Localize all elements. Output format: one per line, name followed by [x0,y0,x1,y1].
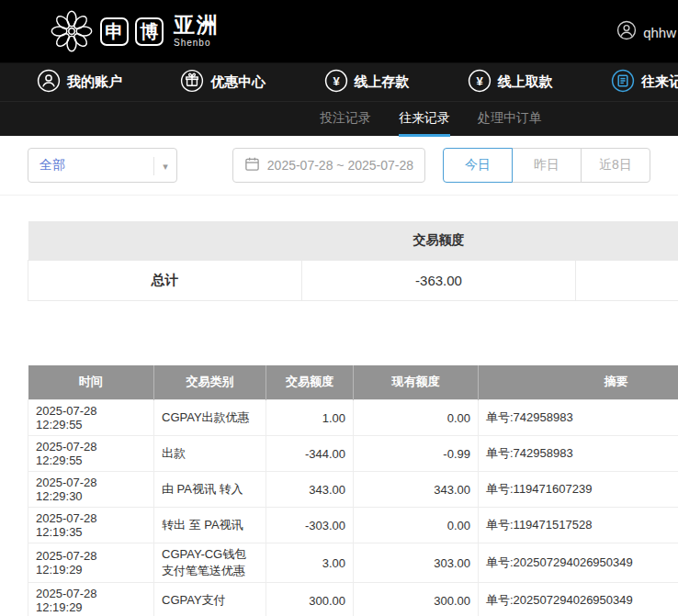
records-icon [611,69,635,96]
cell-type: CGPAY出款优惠 [154,400,266,436]
gift-icon [180,69,204,96]
col-header-memo: 摘要 [479,365,678,400]
logo-char-shen: 申 [100,17,129,46]
transactions-section: 时间 交易类别 交易额度 现有额度 摘要 2025-07-28 12:29:55… [28,365,678,616]
cell-balance: 343.00 [354,472,479,508]
cell-memo: 单号:742958983 [479,400,678,436]
summary-header-amount: 交易额度 [302,221,576,260]
table-row: 2025-07-28 12:19:35 转出 至 PA视讯 -303.00 0.… [28,508,678,543]
cell-memo: 单号:202507294026950349 [479,543,678,583]
nav-label: 优惠中心 [210,73,266,91]
nav-label: 我的账户 [67,73,122,91]
cell-time: 2025-07-28 12:19:29 [28,583,154,616]
username: qhhw [643,25,676,40]
tab-transaction-records[interactable]: 往来记录 [399,102,450,137]
yesterday-button[interactable]: 昨日 [512,148,582,183]
currency-glyph: ¥ [333,73,340,87]
table-header-row: 时间 交易类别 交易额度 现有额度 摘要 [28,365,678,400]
table-row: 2025-07-28 12:29:55 CGPAY出款优惠 1.00 0.00 … [28,400,678,436]
cell-balance: 0.00 [354,508,479,543]
summary-empty-cell [576,260,678,300]
col-header-type: 交易类别 [154,365,266,400]
type-dropdown[interactable]: 全部 ▾ [28,148,177,183]
site-logo[interactable]: 申 博 亚洲 Shenbo [50,9,220,53]
cell-memo: 单号:119471517528 [479,508,678,543]
tab-processing-orders[interactable]: 处理中订单 [478,102,542,137]
nav-item-my-account[interactable]: 我的账户 [37,69,122,96]
cell-time: 2025-07-28 12:29:30 [28,472,154,508]
col-header-amount: 交易额度 [266,365,354,400]
nav-item-records[interactable]: 往来记录 [611,69,678,96]
currency-glyph: ¥ [476,73,483,87]
cell-balance: 303.00 [354,543,479,583]
tab-betting-records[interactable]: 投注记录 [320,102,371,137]
flower-logo-icon [50,9,94,53]
withdraw-icon: ¥ [468,69,492,96]
cell-amount: 1.00 [266,400,354,436]
transactions-table: 时间 交易类别 交易额度 现有额度 摘要 2025-07-28 12:29:55… [28,365,678,616]
cell-time: 2025-07-28 12:29:55 [28,400,154,436]
chevron-down-icon: ▾ [153,157,168,175]
cell-amount: -303.00 [266,508,354,543]
cell-time: 2025-07-28 12:19:29 [28,543,154,583]
cell-balance: 0.00 [354,400,479,436]
cell-memo: 单号:202507294026950349 [479,583,678,616]
summary-header-spacer [28,221,302,260]
top-header: 申 博 亚洲 Shenbo qhhw [0,0,678,62]
table-row: 2025-07-28 12:19:29 CGPAY支付 300.00 300.0… [28,583,678,616]
deposit-icon: ¥ [324,69,348,96]
nav-label: 线上取款 [498,73,553,91]
col-header-balance: 现有额度 [354,365,479,400]
cell-amount: -344.00 [266,436,354,472]
nav-item-deposit[interactable]: ¥ 线上存款 [324,69,410,96]
nav-label: 线上存款 [355,73,410,91]
cell-type: 出款 [154,436,266,472]
cell-type: CGPAY支付 [154,583,266,616]
type-dropdown-value: 全部 [40,157,65,174]
cell-time: 2025-07-28 12:29:55 [28,436,154,472]
user-avatar-icon [616,20,637,44]
table-row: 2025-07-28 12:29:55 出款 -344.00 -0.99 单号:… [28,436,678,472]
cell-balance: 300.00 [354,583,479,616]
table-row: 2025-07-28 12:29:30 由 PA视讯 转入 343.00 343… [28,472,678,508]
nav-item-promotions[interactable]: 优惠中心 [180,69,266,96]
logo-region-text: 亚洲 [174,15,220,36]
today-button[interactable]: 今日 [443,148,513,183]
cell-memo: 单号:119471607239 [479,472,678,508]
account-icon [37,69,61,96]
date-range-picker[interactable]: 2025-07-28 ~ 2025-07-28 [232,148,425,183]
calendar-icon [244,156,260,174]
main-nav: 我的账户 优惠中心 ¥ 线上存款 [0,62,678,101]
summary-section: 交易额度 总计 -363.00 [28,221,678,301]
table-row: 2025-07-28 12:19:29 CGPAY-CG钱包支付笔笔送优惠 3.… [28,543,678,583]
logo-subtitle: Shenbo [174,38,220,48]
cell-type: 转出 至 PA视讯 [154,508,266,543]
cell-time: 2025-07-28 12:19:35 [28,508,154,543]
quick-date-buttons: 今日 昨日 近8日 [443,148,650,183]
nav-item-withdraw[interactable]: ¥ 线上取款 [468,69,553,96]
cell-type: CGPAY-CG钱包支付笔笔送优惠 [154,543,266,583]
cell-type: 由 PA视讯 转入 [154,472,266,508]
filter-bar: 全部 ▾ 2025-07-28 ~ 2025-07-28 今日 昨日 近8日 [0,136,678,196]
cell-amount: 3.00 [266,543,354,583]
date-range-value: 2025-07-28 ~ 2025-07-28 [267,158,413,173]
cell-amount: 300.00 [266,583,354,616]
logo-char-bo: 博 [135,17,164,46]
user-account[interactable]: qhhw [616,20,676,44]
cell-balance: -0.99 [354,436,479,472]
cell-memo: 单号:742958983 [479,436,678,472]
summary-total-value: -363.00 [302,260,576,300]
summary-total-label: 总计 [28,260,302,300]
cell-amount: 343.00 [266,472,354,508]
nav-label: 往来记录 [641,73,678,91]
col-header-time: 时间 [28,365,154,400]
summary-header-spacer [576,221,678,260]
last-8-days-button[interactable]: 近8日 [581,148,650,183]
sub-nav: 投注记录 往来记录 处理中订单 [0,101,678,136]
